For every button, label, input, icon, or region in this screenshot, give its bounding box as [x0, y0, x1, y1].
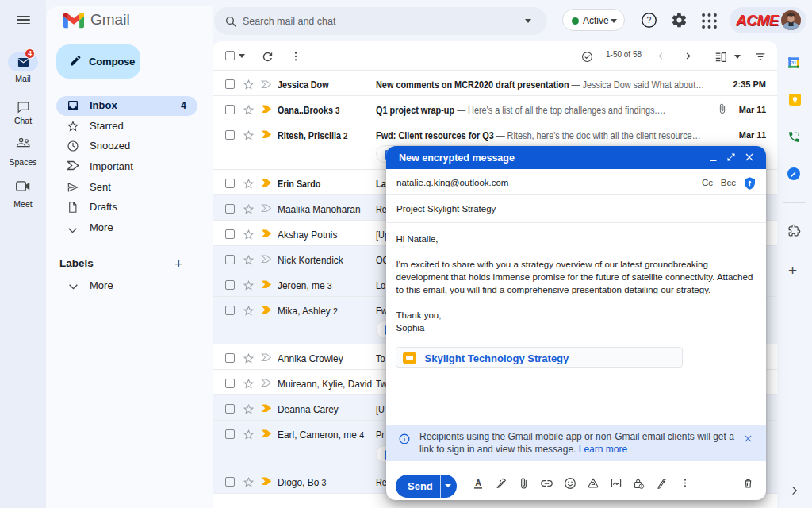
svg-text:A: A — [475, 478, 481, 487]
svg-text:31: 31 — [791, 60, 797, 65]
svg-text:?: ? — [647, 15, 652, 25]
